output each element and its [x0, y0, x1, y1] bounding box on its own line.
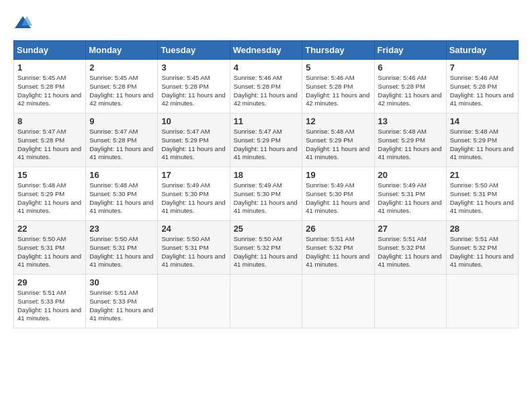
- day-number: 11: [234, 116, 299, 126]
- calendar-cell: 29 Sunrise: 5:51 AMSunset: 5:33 PMDaylig…: [14, 275, 86, 328]
- day-info: Sunrise: 5:50 AMSunset: 5:32 PMDaylight:…: [234, 235, 298, 268]
- day-info: Sunrise: 5:48 AMSunset: 5:29 PMDaylight:…: [17, 181, 81, 214]
- day-info: Sunrise: 5:51 AMSunset: 5:32 PMDaylight:…: [450, 235, 514, 268]
- day-info: Sunrise: 5:49 AMSunset: 5:30 PMDaylight:…: [306, 181, 369, 214]
- day-info: Sunrise: 5:48 AMSunset: 5:29 PMDaylight:…: [378, 128, 442, 161]
- day-info: Sunrise: 5:49 AMSunset: 5:30 PMDaylight:…: [234, 181, 298, 214]
- calendar-cell: 23 Sunrise: 5:50 AMSunset: 5:31 PMDaylig…: [86, 221, 158, 275]
- day-header-wednesday: Wednesday: [230, 41, 302, 60]
- calendar-cell: 14 Sunrise: 5:48 AMSunset: 5:29 PMDaylig…: [446, 113, 518, 167]
- day-info: Sunrise: 5:51 AMSunset: 5:33 PMDaylight:…: [17, 289, 81, 322]
- day-number: 4: [234, 62, 299, 73]
- calendar-cell: 8 Sunrise: 5:47 AMSunset: 5:28 PMDayligh…: [14, 113, 86, 167]
- day-info: Sunrise: 5:46 AMSunset: 5:28 PMDaylight:…: [378, 74, 442, 107]
- day-header-thursday: Thursday: [302, 41, 374, 60]
- day-info: Sunrise: 5:50 AMSunset: 5:31 PMDaylight:…: [89, 235, 153, 268]
- calendar-cell: [230, 275, 302, 328]
- calendar-cell: 30 Sunrise: 5:51 AMSunset: 5:33 PMDaylig…: [86, 275, 158, 328]
- calendar-week-row: 22 Sunrise: 5:50 AMSunset: 5:31 PMDaylig…: [14, 221, 519, 275]
- page-header: [13, 13, 519, 32]
- day-number: 14: [450, 116, 515, 126]
- day-info: Sunrise: 5:48 AMSunset: 5:29 PMDaylight:…: [450, 128, 514, 161]
- calendar-cell: 22 Sunrise: 5:50 AMSunset: 5:31 PMDaylig…: [14, 221, 86, 275]
- calendar-cell: 26 Sunrise: 5:51 AMSunset: 5:32 PMDaylig…: [302, 221, 374, 275]
- day-number: 13: [378, 116, 443, 126]
- day-header-tuesday: Tuesday: [158, 41, 230, 60]
- day-header-sunday: Sunday: [14, 41, 86, 60]
- day-info: Sunrise: 5:47 AMSunset: 5:29 PMDaylight:…: [234, 128, 298, 161]
- day-info: Sunrise: 5:49 AMSunset: 5:30 PMDaylight:…: [161, 181, 225, 214]
- day-info: Sunrise: 5:45 AMSunset: 5:28 PMDaylight:…: [161, 74, 225, 107]
- calendar-cell: 4 Sunrise: 5:46 AMSunset: 5:28 PMDayligh…: [230, 60, 302, 113]
- calendar-cell: 20 Sunrise: 5:49 AMSunset: 5:31 PMDaylig…: [374, 167, 446, 221]
- day-info: Sunrise: 5:46 AMSunset: 5:28 PMDaylight:…: [450, 74, 514, 107]
- calendar-cell: 9 Sunrise: 5:47 AMSunset: 5:28 PMDayligh…: [86, 113, 158, 167]
- day-number: 15: [17, 170, 82, 180]
- day-info: Sunrise: 5:51 AMSunset: 5:32 PMDaylight:…: [306, 235, 369, 268]
- calendar-cell: [158, 275, 230, 328]
- day-number: 24: [161, 224, 226, 234]
- day-number: 23: [89, 224, 154, 234]
- day-number: 2: [89, 62, 154, 73]
- calendar-cell: 12 Sunrise: 5:48 AMSunset: 5:29 PMDaylig…: [302, 113, 374, 167]
- day-number: 8: [17, 116, 82, 126]
- day-info: Sunrise: 5:47 AMSunset: 5:28 PMDaylight:…: [17, 128, 81, 161]
- day-header-monday: Monday: [86, 41, 158, 60]
- calendar-table: SundayMondayTuesdayWednesdayThursdayFrid…: [13, 40, 519, 328]
- day-number: 5: [306, 62, 370, 73]
- calendar-cell: 28 Sunrise: 5:51 AMSunset: 5:32 PMDaylig…: [446, 221, 518, 275]
- calendar-cell: 5 Sunrise: 5:46 AMSunset: 5:28 PMDayligh…: [302, 60, 374, 113]
- calendar-cell: 2 Sunrise: 5:45 AMSunset: 5:28 PMDayligh…: [86, 60, 158, 113]
- calendar-cell: [302, 275, 374, 328]
- calendar-cell: 27 Sunrise: 5:51 AMSunset: 5:32 PMDaylig…: [374, 221, 446, 275]
- calendar-week-row: 15 Sunrise: 5:48 AMSunset: 5:29 PMDaylig…: [14, 167, 519, 221]
- day-number: 18: [234, 170, 299, 180]
- day-info: Sunrise: 5:50 AMSunset: 5:31 PMDaylight:…: [450, 181, 514, 214]
- day-info: Sunrise: 5:48 AMSunset: 5:30 PMDaylight:…: [89, 181, 153, 214]
- calendar-cell: 3 Sunrise: 5:45 AMSunset: 5:28 PMDayligh…: [158, 60, 230, 113]
- calendar-cell: 1 Sunrise: 5:45 AMSunset: 5:28 PMDayligh…: [14, 60, 86, 113]
- day-info: Sunrise: 5:51 AMSunset: 5:32 PMDaylight:…: [378, 235, 442, 268]
- day-number: 17: [161, 170, 226, 180]
- day-number: 25: [234, 224, 299, 234]
- day-info: Sunrise: 5:47 AMSunset: 5:29 PMDaylight:…: [161, 128, 225, 161]
- day-info: Sunrise: 5:45 AMSunset: 5:28 PMDaylight:…: [89, 74, 153, 107]
- calendar-cell: 13 Sunrise: 5:48 AMSunset: 5:29 PMDaylig…: [374, 113, 446, 167]
- day-number: 28: [450, 224, 515, 234]
- day-info: Sunrise: 5:50 AMSunset: 5:31 PMDaylight:…: [161, 235, 225, 268]
- day-number: 9: [89, 116, 154, 126]
- calendar-cell: 6 Sunrise: 5:46 AMSunset: 5:28 PMDayligh…: [374, 60, 446, 113]
- day-header-friday: Friday: [374, 41, 446, 60]
- day-number: 30: [89, 277, 154, 287]
- day-info: Sunrise: 5:47 AMSunset: 5:28 PMDaylight:…: [89, 128, 153, 161]
- calendar-week-row: 8 Sunrise: 5:47 AMSunset: 5:28 PMDayligh…: [14, 113, 519, 167]
- calendar-cell: 7 Sunrise: 5:46 AMSunset: 5:28 PMDayligh…: [446, 60, 518, 113]
- day-number: 27: [378, 224, 443, 234]
- day-number: 1: [17, 62, 82, 73]
- day-header-saturday: Saturday: [446, 41, 518, 60]
- day-number: 20: [378, 170, 443, 180]
- calendar-week-row: 1 Sunrise: 5:45 AMSunset: 5:28 PMDayligh…: [14, 60, 519, 113]
- day-info: Sunrise: 5:49 AMSunset: 5:31 PMDaylight:…: [378, 181, 442, 214]
- day-number: 6: [378, 62, 443, 73]
- day-number: 16: [89, 170, 154, 180]
- calendar-cell: 19 Sunrise: 5:49 AMSunset: 5:30 PMDaylig…: [302, 167, 374, 221]
- calendar-cell: 15 Sunrise: 5:48 AMSunset: 5:29 PMDaylig…: [14, 167, 86, 221]
- day-info: Sunrise: 5:50 AMSunset: 5:31 PMDaylight:…: [17, 235, 81, 268]
- calendar-header-row: SundayMondayTuesdayWednesdayThursdayFrid…: [14, 41, 519, 60]
- calendar-week-row: 29 Sunrise: 5:51 AMSunset: 5:33 PMDaylig…: [14, 275, 519, 328]
- calendar-cell: 25 Sunrise: 5:50 AMSunset: 5:32 PMDaylig…: [230, 221, 302, 275]
- calendar-cell: 16 Sunrise: 5:48 AMSunset: 5:30 PMDaylig…: [86, 167, 158, 221]
- calendar-cell: [446, 275, 518, 328]
- day-number: 21: [450, 170, 515, 180]
- day-number: 10: [161, 116, 226, 126]
- day-number: 12: [306, 116, 370, 126]
- day-number: 19: [306, 170, 370, 180]
- day-info: Sunrise: 5:45 AMSunset: 5:28 PMDaylight:…: [17, 74, 81, 107]
- calendar-cell: 10 Sunrise: 5:47 AMSunset: 5:29 PMDaylig…: [158, 113, 230, 167]
- day-info: Sunrise: 5:46 AMSunset: 5:28 PMDaylight:…: [306, 74, 369, 107]
- calendar-cell: 21 Sunrise: 5:50 AMSunset: 5:31 PMDaylig…: [446, 167, 518, 221]
- day-number: 7: [450, 62, 515, 73]
- logo-icon: [13, 13, 32, 32]
- day-info: Sunrise: 5:48 AMSunset: 5:29 PMDaylight:…: [306, 128, 369, 161]
